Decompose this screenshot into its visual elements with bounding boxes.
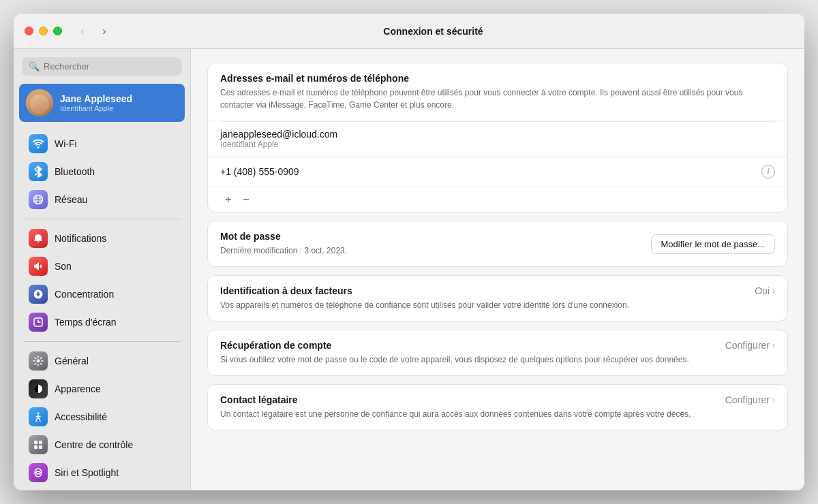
password-row: Mot de passe Dernière modification : 3 o… — [208, 221, 787, 266]
contact-section-card: Contact légataire Un contact légataire e… — [207, 384, 788, 430]
general-icon — [29, 351, 48, 371]
email-address-row: janeappleseed@icloud.com Identifiant App… — [208, 122, 787, 157]
sidebar-item-siri[interactable]: Siri et Spotlight — [19, 459, 185, 486]
sidebar-item-centre[interactable]: Centre de contrôle — [19, 431, 185, 458]
remove-button[interactable]: − — [238, 191, 254, 208]
contact-chevron-icon: › — [772, 395, 775, 405]
sidebar-item-label-general: Général — [55, 356, 89, 366]
apparence-icon — [29, 379, 48, 398]
sidebar-item-bluetooth[interactable]: Bluetooth — [19, 158, 185, 185]
phone-number-value: +1 (408) 555-0909 — [220, 166, 299, 177]
password-title: Mot de passe — [220, 231, 651, 242]
email-section-card: Adresses e-mail et numéros de téléphone … — [207, 63, 788, 212]
svg-rect-12 — [39, 441, 42, 444]
tfa-status: Oui — [755, 285, 770, 296]
svg-point-1 — [36, 195, 40, 204]
sidebar-item-accessibilite[interactable]: Accessibilité — [19, 403, 185, 430]
sidebar-item-apparence[interactable]: Apparence — [19, 375, 185, 403]
user-info: Jane Appleseed Identifiant Apple — [60, 93, 178, 112]
sidebar: 🔍 Jane Appleseed Identifiant Apple — [14, 49, 191, 490]
sidebar-item-reseau[interactable]: Réseau — [19, 186, 185, 213]
tfa-status-row[interactable]: Oui › — [755, 285, 775, 296]
centre-icon — [29, 435, 48, 454]
add-button[interactable]: + — [220, 191, 237, 208]
sidebar-item-label-bluetooth: Bluetooth — [55, 166, 95, 177]
siri-icon — [29, 463, 48, 482]
sidebar-section-more: Général — [14, 347, 190, 486]
search-icon: 🔍 — [29, 61, 40, 72]
user-profile[interactable]: Jane Appleseed Identifiant Apple — [19, 84, 185, 122]
svg-rect-11 — [34, 441, 37, 444]
notifications-icon — [29, 229, 48, 248]
password-section-card: Mot de passe Dernière modification : 3 o… — [207, 221, 788, 267]
sidebar-item-notifications[interactable]: Notifications — [19, 225, 185, 252]
tfa-row: Identification à deux facteurs Vos appar… — [208, 276, 787, 321]
sidebar-item-concentration[interactable]: Concentration — [19, 281, 185, 308]
tfa-info: Identification à deux facteurs Vos appar… — [220, 285, 755, 311]
email-address-label: Identifiant Apple — [220, 140, 775, 149]
password-subtitle: Dernière modification : 3 oct. 2023. — [220, 245, 651, 257]
accessibilite-icon — [29, 407, 48, 426]
sidebar-divider-2 — [23, 341, 181, 342]
traffic-lights — [25, 27, 62, 35]
tfa-chevron-icon: › — [772, 286, 775, 296]
recovery-description: Si vous oubliez votre mot de passe ou le… — [220, 353, 714, 366]
sidebar-item-label-centre: Centre de contrôle — [55, 439, 133, 450]
search-input[interactable] — [44, 61, 175, 72]
recovery-row: Récupération de compte Si vous oubliez v… — [208, 330, 787, 375]
sidebar-divider-1 — [23, 219, 181, 219]
window-title: Connexion et sécurité — [73, 26, 793, 37]
recovery-section-card: Récupération de compte Si vous oubliez v… — [207, 330, 788, 376]
sidebar-item-label-notifications: Notifications — [55, 233, 106, 244]
svg-rect-14 — [39, 445, 42, 449]
reseau-icon — [29, 190, 48, 209]
svg-point-7 — [37, 360, 40, 363]
tfa-section-card: Identification à deux facteurs Vos appar… — [207, 275, 788, 321]
contact-title: Contact légataire — [220, 394, 714, 405]
svg-rect-13 — [34, 445, 37, 449]
sidebar-item-label-siri: Siri et Spotlight — [55, 467, 119, 478]
sidebar-item-general[interactable]: Général — [19, 347, 185, 375]
sidebar-item-temps[interactable]: Temps d'écran — [19, 309, 185, 336]
recovery-action: Configurer — [725, 340, 770, 351]
add-remove-row: + − — [208, 187, 787, 212]
bluetooth-icon — [29, 162, 48, 181]
user-subtitle: Identifiant Apple — [60, 104, 178, 112]
maximize-button[interactable] — [53, 27, 62, 35]
user-name: Jane Appleseed — [60, 93, 178, 104]
wifi-icon — [29, 134, 48, 153]
svg-point-9 — [34, 385, 42, 393]
sidebar-section-network: Wi-Fi Bluetooth — [14, 130, 190, 213]
contact-configure-row[interactable]: Configurer › — [725, 394, 775, 405]
phone-number-row: +1 (408) 555-0909 i — [208, 157, 787, 187]
tfa-title: Identification à deux facteurs — [220, 285, 744, 296]
sidebar-item-label-reseau: Réseau — [55, 194, 87, 205]
contact-info: Contact légataire Un contact légataire e… — [220, 394, 725, 420]
titlebar: ‹ › Connexion et sécurité — [14, 14, 804, 49]
svg-point-0 — [34, 195, 43, 204]
temps-icon — [29, 313, 48, 332]
avatar — [26, 89, 53, 116]
sidebar-item-son[interactable]: Son — [19, 253, 185, 280]
main-window: ‹ › Connexion et sécurité 🔍 Jane Apples — [14, 14, 804, 490]
sidebar-item-wifi[interactable]: Wi-Fi — [19, 130, 185, 157]
main-content: Adresses e-mail et numéros de téléphone … — [191, 49, 804, 490]
change-password-button[interactable]: Modifier le mot de passe... — [651, 234, 775, 254]
phone-info-icon[interactable]: i — [761, 165, 775, 178]
email-header-row: Adresses e-mail et numéros de téléphone … — [208, 63, 787, 121]
close-button[interactable] — [25, 27, 33, 35]
recovery-title: Récupération de compte — [220, 340, 714, 351]
sidebar-section-system: Notifications Son — [14, 225, 190, 336]
sidebar-item-label-temps: Temps d'écran — [55, 317, 117, 328]
sidebar-item-label-apparence: Apparence — [55, 383, 101, 394]
contact-action: Configurer — [725, 394, 770, 405]
tfa-description: Vos appareils et numéros de téléphone de… — [220, 299, 744, 311]
avatar-image — [26, 89, 53, 116]
recovery-configure-row[interactable]: Configurer › — [725, 340, 775, 351]
minimize-button[interactable] — [39, 27, 48, 35]
content-area: 🔍 Jane Appleseed Identifiant Apple — [14, 49, 804, 490]
svg-point-10 — [37, 413, 40, 415]
email-address-value: janeappleseed@icloud.com — [220, 129, 775, 140]
search-bar[interactable]: 🔍 — [22, 57, 182, 76]
sidebar-item-label-concentration: Concentration — [55, 289, 114, 300]
